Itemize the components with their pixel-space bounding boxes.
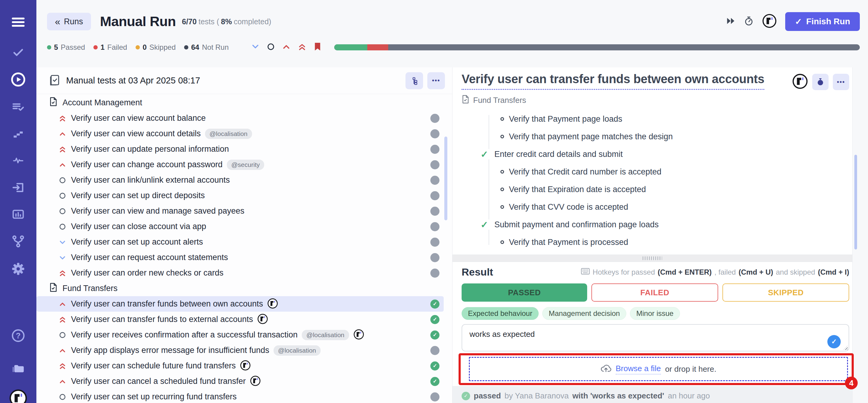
sidebar-item-branches-icon[interactable] [0, 234, 36, 248]
substep-item[interactable]: Verify that CVV code is accepted [462, 198, 849, 216]
substep-bullet-icon [500, 117, 504, 121]
test-row[interactable]: Verify user can view and manage saved pa… [36, 203, 444, 219]
sidebar: ? [0, 0, 36, 403]
finish-run-button[interactable]: ✓ Finish Run [785, 12, 860, 31]
status-dot-icon [93, 45, 98, 50]
test-title: Verify user can link/unlink external acc… [71, 175, 230, 185]
test-status-icon [430, 222, 439, 231]
panel-resize-handle[interactable] [453, 255, 852, 262]
test-row[interactable]: Verify user can view account balance [36, 111, 444, 126]
test-row[interactable]: Verify user can transfer funds to extern… [36, 312, 444, 327]
test-row[interactable]: Verify user can change account password … [36, 157, 444, 172]
test-row[interactable]: Verify user can set up account alerts [36, 234, 444, 250]
test-rows-list: Account Management Verify user can view … [36, 94, 452, 403]
sidebar-item-tests-check-icon[interactable] [0, 46, 36, 58]
chevron-down-filter-icon[interactable] [251, 43, 259, 52]
test-row[interactable]: Verify user can order new checks or card… [36, 265, 444, 281]
group-by-suite-button[interactable] [405, 72, 423, 89]
test-row[interactable]: Verify user can request account statemen… [36, 250, 444, 265]
comment-box[interactable]: works as expected ✓ [462, 324, 849, 351]
steps-list: Verify that Payment page loads Verify th… [462, 110, 849, 254]
fast-forward-icon[interactable] [726, 17, 736, 26]
substep-text: Verify that CVV code is accepted [509, 202, 628, 212]
passed-verdict-button[interactable]: PASSED [462, 283, 587, 301]
textarea-resize-grip[interactable] [843, 346, 848, 350]
test-row[interactable]: Verify user receives confirmation after … [36, 327, 444, 343]
bookmark-icon[interactable] [314, 42, 321, 53]
priority-icon [58, 176, 67, 184]
substep-item[interactable]: Verify that Expiration date is accepted [462, 180, 849, 198]
detail-more-options-button[interactable]: ••• [833, 74, 849, 90]
hotkeys-hint: Hotkeys for passed (Cmd + ENTER) , faile… [581, 268, 849, 277]
step-item[interactable]: ✓ Submit payment and confirmation page l… [462, 216, 849, 233]
list-more-options-button[interactable]: ••• [427, 72, 445, 89]
sidebar-projects-folder-icon[interactable] [0, 362, 36, 375]
substep-text: Verify that Payment page loads [509, 114, 622, 124]
test-row[interactable]: Verify user can link/unlink external acc… [36, 172, 444, 188]
suite-row[interactable]: Fund Transfers [36, 281, 452, 296]
brand-logo-icon[interactable] [792, 74, 808, 90]
step-text: Submit payment and confirmation page loa… [494, 220, 659, 229]
test-detail-title[interactable]: Verify user can transfer funds between o… [462, 72, 764, 90]
summary-item: 5 Passed [47, 43, 85, 52]
sidebar-item-steps-icon[interactable] [0, 127, 36, 140]
skipped-verdict-button[interactable]: SKIPPED [722, 283, 849, 301]
sidebar-item-activity-pulse-icon[interactable] [0, 154, 36, 166]
test-tag-pill: @localisation [302, 330, 349, 340]
run-list-title: Manual tests at 03 Apr 2025 08:17 [66, 76, 200, 86]
sidebar-item-plans-list-check-icon[interactable] [0, 100, 36, 114]
result-tag[interactable]: Management decision [542, 307, 626, 320]
left-list-scrollbar[interactable] [444, 137, 447, 220]
menu-hamburger-icon[interactable] [0, 17, 36, 27]
test-status-icon [430, 253, 439, 262]
steps-scrollbar[interactable] [854, 155, 857, 250]
test-row[interactable]: Verify user can update personal informat… [36, 141, 444, 157]
sidebar-help-icon[interactable]: ? [0, 328, 36, 343]
step-item[interactable]: ✓ Enter credit card details and submit [462, 145, 849, 163]
suite-row[interactable]: Account Management [36, 95, 452, 111]
test-row[interactable]: Verify user can set up recurring fund tr… [36, 389, 444, 403]
test-row[interactable]: Verify user can schedule future fund tra… [36, 358, 444, 374]
circle-outline-filter-icon[interactable] [267, 43, 275, 52]
substep-item[interactable]: Verify that payment page matches the des… [462, 128, 849, 145]
substep-item[interactable]: Verify that Payment page loads [462, 110, 849, 128]
test-row[interactable]: Verify user can set up direct deposits [36, 188, 444, 203]
sidebar-item-settings-gear-icon[interactable] [0, 262, 36, 276]
back-to-runs-button[interactable]: « Runs [47, 13, 91, 30]
test-row[interactable]: Verify user can transfer funds between o… [36, 296, 444, 312]
suite-file-icon [49, 97, 58, 109]
file-dropzone[interactable]: Browse a file or drop it here. [469, 357, 848, 381]
sidebar-item-runs-play-icon[interactable] [0, 71, 36, 87]
submit-comment-button[interactable]: ✓ [827, 335, 841, 348]
result-tag[interactable]: Expected behaviour [462, 307, 539, 320]
substep-item[interactable]: Verify that Credit card number is accept… [462, 163, 849, 180]
test-title: Verify user can view and manage saved pa… [71, 206, 244, 216]
caret-up-filter-icon[interactable] [282, 43, 290, 52]
breadcrumb[interactable]: Fund Transfers [462, 95, 849, 106]
browse-file-link[interactable]: Browse a file [616, 364, 661, 374]
test-title: Verify user can order new checks or card… [71, 268, 223, 278]
step-text: Enter credit card details and submit [494, 150, 623, 159]
sidebar-item-import-sign-in-icon[interactable] [0, 181, 36, 194]
test-row[interactable]: Verify user can cancel a scheduled fund … [36, 374, 444, 389]
test-row[interactable]: Verify app displays error message for in… [36, 343, 444, 358]
tests-word: tests ( [199, 17, 219, 26]
test-tag-pill: @localisation [274, 345, 320, 356]
suite-file-icon [49, 283, 58, 294]
test-status-icon [430, 176, 439, 185]
brand-logo-icon[interactable] [762, 13, 777, 29]
test-row[interactable]: Verify user can close account via app [36, 219, 444, 234]
test-row[interactable]: Verify user can view account details @lo… [36, 126, 444, 141]
test-title: Verify user can view account details [71, 129, 201, 138]
substep-bullet-icon [500, 170, 504, 174]
sidebar-item-analytics-bar-chart-icon[interactable] [0, 207, 36, 221]
substep-item[interactable]: Verify that Payment is processed [462, 233, 849, 251]
verdict-buttons: PASSEDFAILEDSKIPPED [462, 283, 849, 301]
sidebar-brand-logo-icon[interactable] [0, 389, 36, 403]
double-caret-up-filter-icon[interactable] [298, 42, 306, 52]
stopwatch-icon[interactable] [744, 16, 754, 27]
failed-verdict-button[interactable]: FAILED [591, 283, 718, 301]
timer-button[interactable] [812, 74, 829, 90]
result-tag[interactable]: Minor issue [630, 307, 680, 320]
comment-input[interactable]: works as expected [462, 325, 848, 344]
